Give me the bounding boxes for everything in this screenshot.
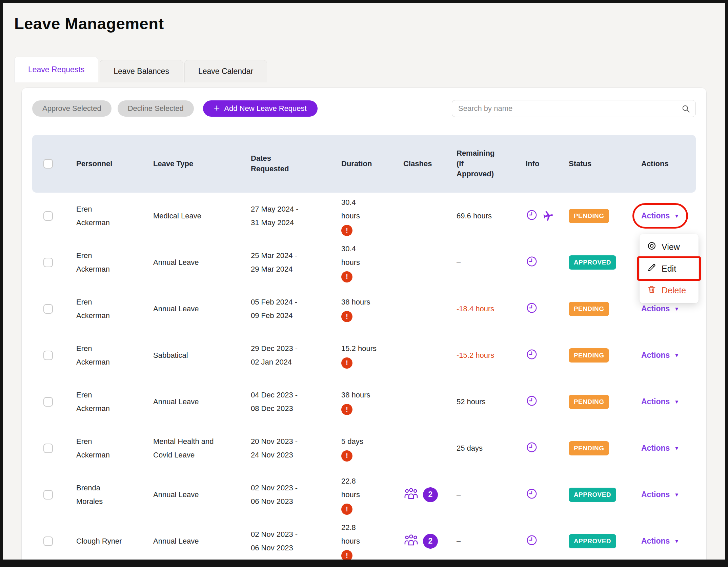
tab-leave-balances[interactable]: Leave Balances	[100, 60, 183, 82]
table-body: Eren Ackerman Medical Leave 27 May 2024 …	[32, 193, 696, 560]
clashes-cell: 2	[403, 518, 457, 560]
dates-requested: 29 Dec 2023 -02 Jan 2024	[251, 332, 341, 378]
info-icons	[526, 471, 569, 518]
actions-button[interactable]: Actions ▼	[641, 444, 679, 453]
actions-button[interactable]: Actions ▼	[641, 490, 679, 499]
dates-requested: 27 May 2024 -31 May 2024	[251, 193, 341, 239]
duration-value: 30.4hours	[341, 242, 360, 269]
plus-icon: +	[214, 103, 220, 113]
info-icons	[526, 193, 569, 239]
remaining-if-approved: 25 days	[457, 425, 526, 471]
dates-requested: 25 Mar 2024 -29 Mar 2024	[251, 239, 341, 286]
clashes-cell	[403, 378, 457, 425]
actions-button-label: Actions	[641, 444, 670, 453]
row-checkbox[interactable]	[43, 490, 53, 500]
clashes-cell	[403, 332, 457, 378]
plane-icon	[541, 209, 554, 222]
leave-type: Annual Leave	[153, 256, 199, 269]
duration: 22.8hours !	[341, 471, 403, 518]
chevron-down-icon: ▼	[674, 306, 679, 311]
row-checkbox[interactable]	[43, 444, 53, 453]
actions-button[interactable]: Actions ▼	[641, 351, 679, 360]
personnel-name: Clough Ryner	[76, 534, 122, 548]
menu-item-delete[interactable]: Delete	[640, 279, 699, 301]
decline-selected-button[interactable]: Decline Selected	[118, 100, 194, 117]
col-dates-requested: Dates Requested	[251, 153, 295, 174]
clash-count-badge: 2	[423, 534, 438, 549]
duration: 30.4hours !	[341, 239, 403, 286]
chevron-down-icon: ▼	[674, 539, 679, 544]
leave-type: Annual Leave	[153, 534, 199, 548]
approve-selected-button[interactable]: Approve Selected	[32, 100, 112, 117]
row-checkbox[interactable]	[43, 304, 53, 314]
col-personnel: Personnel	[76, 159, 112, 169]
table-row: Eren Ackerman Mental Health and Covid Le…	[32, 425, 696, 471]
actions-dropdown-menu: View Edit Delete	[640, 234, 699, 303]
actions-button-label: Actions	[641, 490, 670, 499]
tab-leave-requests[interactable]: Leave Requests	[14, 57, 98, 82]
duration-value: 38 hours	[341, 295, 370, 309]
clock-icon	[526, 255, 538, 270]
clashes-cell	[403, 193, 457, 239]
select-all-checkbox[interactable]	[43, 159, 53, 169]
clock-icon	[526, 488, 538, 502]
actions-button[interactable]: Actions ▼	[641, 397, 679, 406]
clock-icon	[526, 348, 538, 363]
personnel-name: Eren Ackerman	[76, 202, 125, 229]
duration-value: 22.8hours	[341, 521, 360, 548]
tab-leave-calendar[interactable]: Leave Calendar	[184, 60, 267, 82]
row-checkbox[interactable]	[43, 536, 53, 546]
col-remaining: Remaining (If Approved)	[457, 148, 497, 179]
duration-value: 15.2 hours	[341, 342, 377, 355]
table-header: Personnel Leave Type Dates Requested Dur…	[32, 135, 696, 193]
page-title: Leave Management	[14, 14, 725, 33]
eye-icon	[647, 241, 656, 253]
table-row: Clough Ryner Annual Leave 02 Nov 2023 -0…	[32, 518, 696, 560]
actions-button[interactable]: Actions ▼	[641, 211, 679, 220]
actions-button-label: Actions	[641, 397, 670, 406]
search-input[interactable]	[452, 100, 696, 117]
actions-button[interactable]: Actions ▼	[641, 304, 679, 313]
leave-management-screen: Leave Management Leave Requests Leave Ba…	[3, 3, 725, 560]
info-icons	[526, 239, 569, 286]
clock-icon	[526, 395, 538, 409]
leave-type: Sabbatical	[153, 349, 188, 362]
row-checkbox[interactable]	[43, 258, 53, 267]
status-badge: PENDING	[569, 395, 609, 409]
clock-icon	[526, 302, 538, 316]
actions-button-label: Actions	[641, 304, 670, 313]
duration-value: 38 hours	[341, 388, 370, 402]
clashes-cell	[403, 239, 457, 286]
people-icon	[403, 487, 419, 503]
clashes-cell	[403, 286, 457, 332]
row-checkbox[interactable]	[43, 211, 53, 221]
warning-icon: !	[341, 504, 352, 515]
clashes-cell: 2	[403, 471, 457, 518]
warning-icon: !	[341, 271, 352, 282]
chevron-down-icon: ▼	[674, 399, 679, 404]
menu-item-edit[interactable]: Edit	[640, 258, 699, 279]
clash-count-badge: 2	[423, 487, 438, 502]
status-badge: APPROVED	[569, 488, 616, 502]
status-badge: PENDING	[569, 441, 609, 455]
row-checkbox[interactable]	[43, 397, 53, 407]
table-row: Eren Ackerman Annual Leave 25 Mar 2024 -…	[32, 239, 696, 286]
info-icons	[526, 332, 569, 378]
chevron-down-icon: ▼	[674, 213, 679, 218]
warning-icon: !	[341, 225, 352, 236]
row-checkbox[interactable]	[43, 351, 53, 360]
add-new-leave-request-button[interactable]: + Add New Leave Request	[203, 100, 318, 117]
warning-icon: !	[341, 311, 352, 322]
clock-icon	[526, 209, 538, 223]
actions-button[interactable]: Actions ▼	[641, 536, 679, 546]
table-row: Brenda Morales Annual Leave 02 Nov 2023 …	[32, 471, 696, 518]
leave-type: Mental Health and Covid Leave	[153, 435, 218, 462]
menu-item-view[interactable]: View	[640, 236, 699, 258]
remaining-if-approved: -18.4 hours	[457, 286, 526, 332]
clashes-cell	[403, 425, 457, 471]
app-window: Leave Management Leave Requests Leave Ba…	[0, 0, 728, 567]
dates-requested: 02 Nov 2023 -06 Nov 2023	[251, 518, 341, 560]
info-icons	[526, 518, 569, 560]
leave-type: Annual Leave	[153, 488, 199, 502]
table-row: Eren Ackerman Annual Leave 04 Dec 2023 -…	[32, 378, 696, 425]
